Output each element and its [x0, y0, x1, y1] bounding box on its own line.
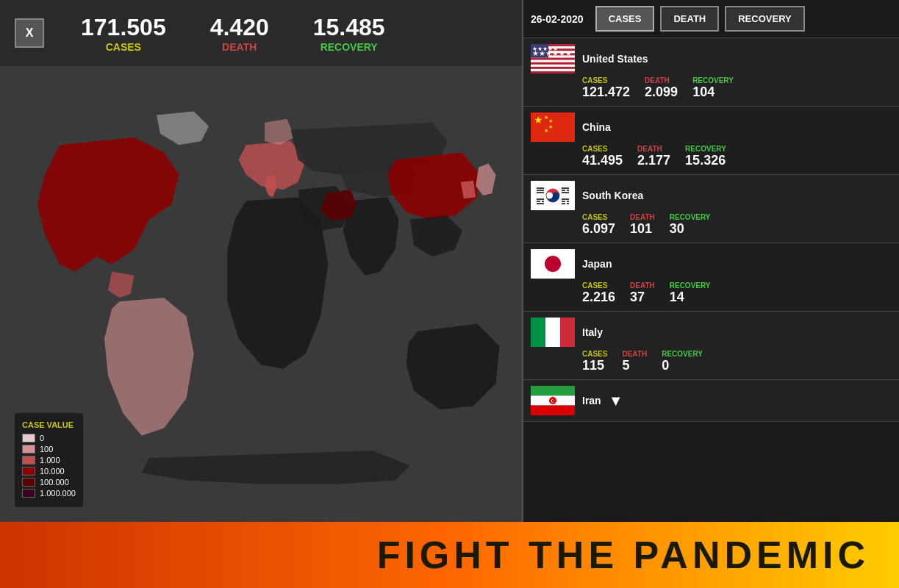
right-panel: 26-02-2020 CASES DEATH RECOVERY	[522, 0, 899, 522]
close-button[interactable]: X	[15, 18, 44, 48]
us-death: DEATH 2.099	[645, 76, 678, 100]
svg-rect-39	[560, 318, 575, 347]
legend-label-5: 1.000.000	[40, 489, 76, 498]
china-recovery-label: RECOVERY	[685, 145, 726, 153]
legend-label-0: 0	[40, 434, 44, 442]
country-item-italy[interactable]: Italy CASES 115 DEATH 5 RECOVERY 0	[523, 312, 899, 380]
flag-us: ★★★★★★ ★★★★★	[531, 44, 575, 74]
legend-color-3	[22, 467, 35, 476]
china-cases: CASES 41.495	[582, 145, 623, 168]
svg-rect-42	[531, 406, 575, 415]
italy-cases-value: 115	[582, 358, 604, 373]
right-header: 26-02-2020 CASES DEATH RECOVERY	[523, 0, 899, 38]
china-death: DEATH 2.177	[637, 145, 670, 168]
svg-rect-5	[531, 60, 575, 62]
svg-text:★: ★	[534, 114, 543, 126]
legend-color-2	[22, 456, 35, 465]
country-name-iran: Iran	[582, 395, 601, 406]
stats-bar: X 171.505 CASES 4.420 DEATH 15.485 RECOV…	[0, 0, 522, 66]
country-stats-italy: CASES 115 DEATH 5 RECOVERY 0	[531, 350, 892, 373]
japan-death: DEATH 37	[630, 282, 655, 305]
korea-death-value: 101	[630, 221, 652, 237]
country-stats-south-korea: CASES 6.097 DEATH 101 RECOVERY 30	[531, 213, 892, 237]
country-item-china[interactable]: ★ ★ ★ ★ ★ China CASES 41.495	[523, 107, 899, 175]
italy-cases: CASES 115	[582, 350, 607, 373]
bottom-banner: FIGHT THE PANDEMIC	[0, 522, 899, 588]
us-cases-value: 121.472	[582, 85, 630, 100]
global-recovery-label: RECOVERY	[313, 41, 385, 53]
legend-label-3: 10.000	[40, 467, 65, 476]
country-header-us: ★★★★★★ ★★★★★ United States	[531, 44, 892, 74]
italy-recovery-value: 0	[662, 358, 669, 373]
us-recovery-value: 104	[692, 85, 714, 100]
tab-cases[interactable]: CASES	[595, 6, 655, 32]
us-cases-label: CASES	[582, 76, 607, 85]
korea-recovery-label: RECOVERY	[670, 213, 711, 221]
legend-color-5	[22, 489, 35, 498]
svg-point-36	[545, 256, 561, 272]
svg-text:★: ★	[548, 124, 553, 129]
global-death-label: DEATH	[210, 41, 269, 53]
country-item-japan[interactable]: Japan CASES 2.216 DEATH 37 RECOVERY 14	[523, 243, 899, 312]
expand-iran-icon[interactable]: ▼	[609, 392, 623, 409]
legend-label-1: 100	[40, 445, 53, 453]
korea-recovery: RECOVERY 30	[670, 213, 711, 237]
legend-item-4: 100.000	[22, 478, 76, 487]
flag-italy	[531, 318, 575, 347]
svg-rect-6	[531, 65, 575, 67]
recovery-stat: 15.485 RECOVERY	[313, 14, 385, 53]
italy-recovery-label: RECOVERY	[662, 350, 703, 358]
korea-recovery-value: 30	[670, 221, 684, 237]
italy-death-value: 5	[622, 358, 629, 373]
cases-stat: 171.505 CASES	[81, 14, 166, 53]
korea-cases: CASES 6.097	[582, 213, 615, 237]
tab-death[interactable]: DEATH	[660, 6, 719, 32]
left-panel: X 171.505 CASES 4.420 DEATH 15.485 RECOV…	[0, 0, 522, 522]
country-name-japan: Japan	[582, 258, 612, 270]
country-header-china: ★ ★ ★ ★ ★ China	[531, 112, 892, 142]
country-stats-china: CASES 41.495 DEATH 2.177 RECOVERY 15.326	[531, 145, 892, 168]
country-item-south-korea[interactable]: South Korea CASES 6.097 DEATH 101 RECOVE…	[523, 175, 899, 243]
japan-death-label: DEATH	[630, 282, 655, 290]
svg-rect-37	[531, 318, 545, 347]
china-recovery: RECOVERY 15.326	[685, 145, 726, 168]
legend-color-4	[22, 478, 35, 487]
country-item-iran[interactable]: ☪ Iran ▼	[523, 380, 899, 422]
korea-cases-value: 6.097	[582, 221, 615, 237]
us-recovery: RECOVERY 104	[692, 76, 734, 100]
legend-item-1: 100	[22, 445, 76, 453]
banner-text: FIGHT THE PANDEMIC	[377, 533, 870, 577]
us-death-value: 2.099	[645, 85, 678, 100]
country-name-south-korea: South Korea	[582, 190, 643, 201]
map-area: CASE VALUE 0 100 1.000 10.000	[0, 66, 522, 522]
country-list: ★★★★★★ ★★★★★ United States CASES 121.472…	[523, 38, 899, 522]
japan-recovery-label: RECOVERY	[670, 282, 711, 290]
date-label: 26-02-2020	[531, 13, 584, 25]
country-item-us[interactable]: ★★★★★★ ★★★★★ United States CASES 121.472…	[523, 38, 899, 107]
country-header-south-korea: South Korea	[531, 181, 892, 210]
country-header-japan: Japan	[531, 249, 892, 279]
japan-cases: CASES 2.216	[582, 282, 615, 305]
flag-south-korea	[531, 181, 575, 210]
map-legend: CASE VALUE 0 100 1.000 10.000	[15, 413, 83, 507]
tab-recovery[interactable]: RECOVERY	[725, 6, 804, 32]
global-cases-label: CASES	[81, 41, 166, 53]
china-death-label: DEATH	[637, 145, 662, 153]
korea-death: DEATH 101	[630, 213, 655, 237]
japan-recovery: RECOVERY 14	[670, 282, 711, 305]
svg-text:★: ★	[544, 128, 548, 133]
death-stat: 4.420 DEATH	[210, 14, 269, 53]
china-recovery-value: 15.326	[685, 153, 726, 168]
italy-recovery: RECOVERY 0	[662, 350, 703, 373]
svg-rect-40	[531, 386, 575, 395]
japan-recovery-value: 14	[670, 290, 684, 305]
china-cases-value: 41.495	[582, 153, 623, 168]
legend-item-0: 0	[22, 434, 76, 442]
italy-death-label: DEATH	[622, 350, 647, 358]
italy-cases-label: CASES	[582, 350, 607, 358]
japan-cases-label: CASES	[582, 282, 607, 290]
legend-title: CASE VALUE	[22, 420, 76, 429]
us-death-label: DEATH	[645, 76, 670, 85]
legend-label-2: 1.000	[40, 456, 60, 465]
svg-text:★: ★	[548, 118, 553, 123]
